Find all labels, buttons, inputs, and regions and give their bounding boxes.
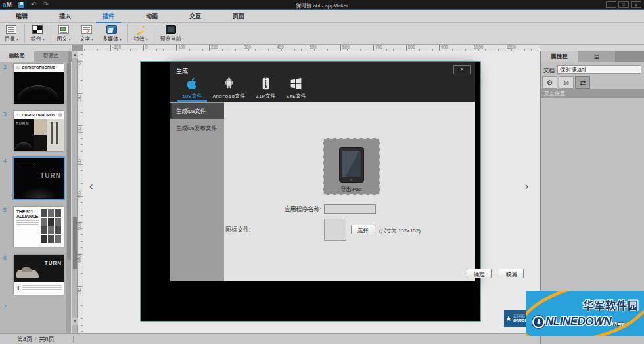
vertical-ruler-labels: 0100200300400500600700 xyxy=(78,51,83,333)
settings-gear-icon[interactable]: ⚙ xyxy=(542,76,557,89)
redo-icon[interactable]: ↷ xyxy=(43,1,48,8)
generate-dialog: 生成 ✕ iOS文件 Android文件 ZIP文件 EXE文件 xyxy=(170,62,475,281)
next-page-chevron[interactable]: › xyxy=(525,181,528,192)
animation-wheel-icon[interactable]: ⊛ xyxy=(559,76,574,89)
tab-android-file[interactable]: Android文件 xyxy=(207,74,250,102)
undo-icon[interactable]: ↶ xyxy=(31,1,36,8)
maximize-button[interactable]: □ xyxy=(618,1,629,8)
image-text-button[interactable]: 图文 ▾ xyxy=(53,23,76,44)
apple-icon xyxy=(185,77,199,91)
dialog-tabs: iOS文件 Android文件 ZIP文件 EXE文件 xyxy=(177,74,311,102)
ruler-corner xyxy=(72,45,83,51)
save-icon[interactable] xyxy=(18,2,24,8)
group-button[interactable]: 组合 ▾ xyxy=(26,23,49,44)
icon-file-label: 图标文件: xyxy=(225,225,324,234)
ipad-preview-box[interactable]: 导出iPad xyxy=(323,138,380,195)
menu-tab-insert[interactable]: 插入 xyxy=(43,11,87,23)
text-icon: ✓ xyxy=(81,25,92,34)
prev-page-chevron[interactable]: ‹ xyxy=(89,181,93,192)
tab-layers[interactable]: 层 xyxy=(578,51,616,62)
page-number: 5 xyxy=(3,207,7,213)
tab-properties[interactable]: 属性栏 xyxy=(541,51,578,62)
scroll-up-icon[interactable]: ▲ xyxy=(72,51,78,58)
status-bar: 第4页 / 共8页 xyxy=(0,333,540,344)
dialog-body: 导出iPad 应用程序名称: 图标文件: 选择 (尺寸为:152×152) 确定… xyxy=(224,102,475,281)
page-number: 2 xyxy=(3,64,7,70)
zip-icon xyxy=(259,77,273,91)
android-icon xyxy=(222,77,236,91)
onlinedown-watermark: 华军软件园 ⬇ NLINEDOWN .NET xyxy=(526,291,644,336)
interaction-arrows-icon[interactable]: ⇄ xyxy=(575,76,590,89)
catalog-button[interactable]: 目录 ▾ xyxy=(0,23,23,44)
thumbnail-page-5[interactable]: THE 911ALLIANCE xyxy=(14,207,64,247)
app-name-label: 应用程序名称: xyxy=(225,205,324,213)
left-panel-tabs: 缩略图 资源库 xyxy=(0,51,72,62)
multimedia-button[interactable]: 多媒体 ▾ xyxy=(98,23,126,44)
menu-tab-interaction[interactable]: 交互 xyxy=(173,11,217,23)
menu-tab-edit[interactable]: 编辑 xyxy=(0,11,43,23)
ipad-icon xyxy=(339,147,364,183)
preview-current-button[interactable]: 预览当前 xyxy=(156,23,186,44)
group-icon xyxy=(32,25,43,34)
catalog-icon xyxy=(6,25,16,34)
tab-resource-library[interactable]: 资源库 xyxy=(34,51,68,62)
watermark-brand: ⬇ NLINEDOWN .NET xyxy=(532,315,624,328)
multimedia-icon xyxy=(106,25,117,34)
magic-wand-icon: ✦✦ xyxy=(135,25,146,34)
icon-size-hint: (尺寸为:152×152) xyxy=(379,226,421,234)
dialog-close-button[interactable]: ✕ xyxy=(453,65,471,74)
app-window: aM ↶ ↷ 保时捷.ahl - appMaker ─ □ ✕ 编辑 插入 插件… xyxy=(0,0,644,344)
thumbnail-list: 2 352CHRISTOPHORUS 3 352CHRISTOPHORUS TU… xyxy=(0,62,66,333)
right-panel-tabs: 属性栏 层 xyxy=(541,51,644,62)
dialog-header: 生成 ✕ iOS文件 Android文件 ZIP文件 EXE文件 xyxy=(170,62,475,102)
choose-file-button[interactable]: 选择 xyxy=(351,225,375,234)
ipad-preview-label: 导出iPad xyxy=(324,185,379,192)
close-button[interactable]: ✕ xyxy=(631,1,641,8)
menu-tab-animation[interactable]: 动画 xyxy=(130,11,173,23)
thumbnail-scrollbar[interactable] xyxy=(66,62,71,333)
text-button[interactable]: ✓ 文字 ▾ xyxy=(75,23,98,44)
title-bar: aM ↶ ↷ 保时捷.ahl - appMaker ─ □ ✕ xyxy=(0,0,644,10)
page-number: 4 xyxy=(3,158,7,164)
thumbnail-page-6[interactable]: TURN T xyxy=(14,255,64,295)
tab-ios-file[interactable]: iOS文件 xyxy=(177,74,207,102)
menu-tab-plugin[interactable]: 插件 xyxy=(87,11,130,23)
dialog-side-nav: 生成ipa文件 生成ios发布文件 xyxy=(170,102,224,281)
window-title: 保时捷.ahl - appMaker xyxy=(0,1,644,9)
ribbon-toolbar: 目录 ▾ 组合 ▾ 图文 ▾ ✓ 文字 ▾ 多媒体 ▾ ✦✦ 特效 ▾ 预览当前 xyxy=(0,23,644,45)
cancel-button[interactable]: 取消 xyxy=(499,269,524,278)
scrollbar-thumb[interactable] xyxy=(73,217,77,269)
watermark-site-name: 华军软件园 xyxy=(583,297,639,312)
document-name-input[interactable]: 保时捷.ahl xyxy=(557,65,641,74)
page-number: 7 xyxy=(3,303,7,310)
minimize-button[interactable]: ─ xyxy=(606,1,616,8)
thumbnail-page-3[interactable]: 352CHRISTOPHORUS TURN xyxy=(14,111,64,151)
interaction-settings-header: 交互设置 xyxy=(541,89,644,98)
property-mode-buttons: ⚙ ⊛ ⇄ xyxy=(541,75,644,89)
tab-zip-file[interactable]: ZIP文件 xyxy=(250,74,281,102)
effects-button[interactable]: ✦✦ 特效 ▾ xyxy=(129,23,152,44)
app-name-input[interactable] xyxy=(324,204,376,214)
thumbnail-page-2[interactable]: 352CHRISTOPHORUS xyxy=(14,64,64,104)
menu-bar: 编辑 插入 插件 动画 交互 页面 xyxy=(0,11,644,23)
nav-generate-ios-release[interactable]: 生成ios发布文件 xyxy=(170,120,224,136)
canvas-vertical-scrollbar[interactable]: ▲ ▼ xyxy=(72,51,78,333)
thumbnail-page-4-selected[interactable]: TURN xyxy=(14,158,64,199)
image-text-icon xyxy=(58,25,69,34)
menu-tab-page[interactable]: 页面 xyxy=(217,11,260,23)
document-label: 文档 xyxy=(543,66,555,74)
scroll-down-icon[interactable]: ▼ xyxy=(72,318,78,325)
app-logo: aM xyxy=(3,1,12,9)
tablet-preview-icon xyxy=(166,25,176,34)
tab-thumbnails[interactable]: 缩略图 xyxy=(0,51,34,62)
page-number: 3 xyxy=(3,111,7,118)
page-number: 6 xyxy=(3,255,7,261)
download-arrow-icon: ⬇ xyxy=(532,316,545,328)
nav-generate-ipa[interactable]: 生成ipa文件 xyxy=(170,103,224,119)
star-icon: ★ xyxy=(505,315,512,322)
tab-exe-file[interactable]: EXE文件 xyxy=(281,74,311,102)
ok-button[interactable]: 确定 xyxy=(467,269,492,278)
icon-file-preview xyxy=(324,219,346,241)
current-page-indicator: 第4页 xyxy=(17,335,32,343)
horizontal-ruler-labels: -100010020030040050060070080090010001100 xyxy=(83,45,540,51)
